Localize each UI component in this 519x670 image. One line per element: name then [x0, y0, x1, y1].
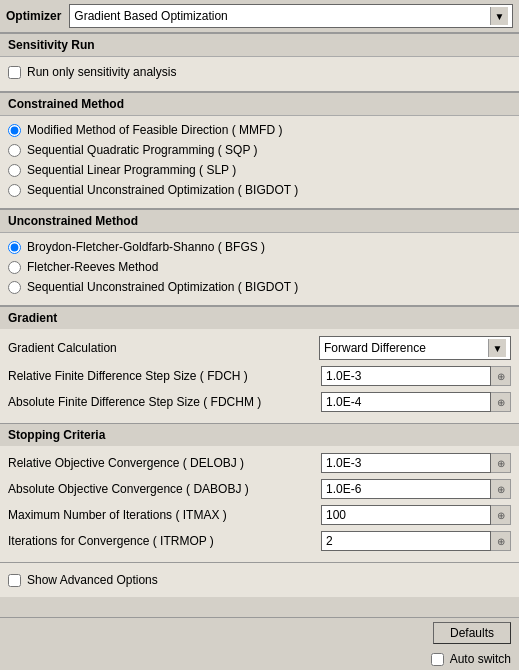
sensitivity-run-header: Sensitivity Run — [0, 33, 519, 57]
constrained-radio-slp: Sequential Linear Programming ( SLP ) — [8, 160, 511, 180]
itrmop-row: Iterations for Convergence ( ITRMOP ) ⊕ — [8, 528, 511, 554]
label-sqp: Sequential Quadratic Programming ( SQP ) — [27, 143, 258, 157]
itmax-param-btn[interactable]: ⊕ — [491, 505, 511, 525]
label-fr: Fletcher-Reeves Method — [27, 260, 158, 274]
auto-switch-label: Auto switch — [450, 652, 511, 666]
optimizer-row: Optimizer Gradient Based Optimization ▼ — [0, 0, 519, 33]
stopping-section: Stopping Criteria Relative Objective Con… — [0, 423, 519, 562]
main-container: Optimizer Gradient Based Optimization ▼ … — [0, 0, 519, 670]
gradient-calc-row: Gradient Calculation Forward Difference … — [8, 333, 511, 363]
advanced-section: Show Advanced Options — [0, 562, 519, 597]
itrmop-param-btn[interactable]: ⊕ — [491, 531, 511, 551]
label-bigdot-u: Sequential Unconstrained Optimization ( … — [27, 280, 298, 294]
gradient-calc-label: Gradient Calculation — [8, 341, 319, 355]
content-panel: Sensitivity Run Run only sensitivity ana… — [0, 33, 519, 617]
radio-fr[interactable] — [8, 261, 21, 274]
advanced-label: Show Advanced Options — [27, 573, 158, 587]
fdchm-param-btn[interactable]: ⊕ — [491, 392, 511, 412]
itmax-label: Maximum Number of Iterations ( ITMAX ) — [8, 508, 321, 522]
unconstrained-method-header: Unconstrained Method — [0, 209, 519, 233]
radio-bfgs[interactable] — [8, 241, 21, 254]
itmax-row: Maximum Number of Iterations ( ITMAX ) ⊕ — [8, 502, 511, 528]
optimizer-label: Optimizer — [6, 9, 61, 23]
auto-switch-bar: Auto switch — [0, 648, 519, 670]
auto-switch-checkbox[interactable] — [431, 653, 444, 666]
radio-bigdot-c[interactable] — [8, 184, 21, 197]
radio-sqp[interactable] — [8, 144, 21, 157]
stopping-header: Stopping Criteria — [0, 424, 519, 446]
itrmop-input-container: ⊕ — [321, 531, 511, 551]
fdch-input-container: ⊕ — [321, 366, 511, 386]
fdchm-label: Absolute Finite Difference Step Size ( F… — [8, 395, 321, 409]
defaults-button[interactable]: Defaults — [433, 622, 511, 644]
gradient-calc-select[interactable]: Forward Difference ▼ — [319, 336, 511, 360]
fdch-row: Relative Finite Difference Step Size ( F… — [8, 363, 511, 389]
sensitivity-run-checkbox[interactable] — [8, 66, 21, 79]
unconstrained-method-content: Broydon-Fletcher-Goldfarb-Shanno ( BFGS … — [0, 233, 519, 306]
radio-bigdot-u[interactable] — [8, 281, 21, 294]
unconstrained-radio-bfgs: Broydon-Fletcher-Goldfarb-Shanno ( BFGS … — [8, 237, 511, 257]
label-mmfd: Modified Method of Feasible Direction ( … — [27, 123, 282, 137]
dabobj-param-btn[interactable]: ⊕ — [491, 479, 511, 499]
advanced-checkbox-row: Show Advanced Options — [8, 569, 511, 591]
fdchm-input[interactable] — [321, 392, 491, 412]
label-bfgs: Broydon-Fletcher-Goldfarb-Shanno ( BFGS … — [27, 240, 265, 254]
constrained-method-header: Constrained Method — [0, 92, 519, 116]
gradient-calc-arrow[interactable]: ▼ — [488, 339, 506, 357]
unconstrained-radio-fr: Fletcher-Reeves Method — [8, 257, 511, 277]
fdchm-input-container: ⊕ — [321, 392, 511, 412]
optimizer-select-text: Gradient Based Optimization — [74, 9, 490, 23]
dabobj-input-container: ⊕ — [321, 479, 511, 499]
delobj-input-container: ⊕ — [321, 453, 511, 473]
delobj-label: Relative Objective Convergence ( DELOBJ … — [8, 456, 321, 470]
itmax-input[interactable] — [321, 505, 491, 525]
optimizer-dropdown-arrow[interactable]: ▼ — [490, 7, 508, 25]
label-slp: Sequential Linear Programming ( SLP ) — [27, 163, 236, 177]
dabobj-label: Absolute Objective Convergence ( DABOBJ … — [8, 482, 321, 496]
delobj-input[interactable] — [321, 453, 491, 473]
dabobj-row: Absolute Objective Convergence ( DABOBJ … — [8, 476, 511, 502]
stopping-content: Relative Objective Convergence ( DELOBJ … — [0, 446, 519, 562]
label-bigdot-c: Sequential Unconstrained Optimization ( … — [27, 183, 298, 197]
constrained-radio-sqp: Sequential Quadratic Programming ( SQP ) — [8, 140, 511, 160]
radio-slp[interactable] — [8, 164, 21, 177]
gradient-content: Gradient Calculation Forward Difference … — [0, 329, 519, 423]
delobj-row: Relative Objective Convergence ( DELOBJ … — [8, 450, 511, 476]
itrmop-label: Iterations for Convergence ( ITRMOP ) — [8, 534, 321, 548]
gradient-calc-value: Forward Difference — [324, 341, 488, 355]
advanced-checkbox[interactable] — [8, 574, 21, 587]
sensitivity-run-content: Run only sensitivity analysis — [0, 57, 519, 92]
fdchm-row: Absolute Finite Difference Step Size ( F… — [8, 389, 511, 415]
unconstrained-radio-bigdot: Sequential Unconstrained Optimization ( … — [8, 277, 511, 297]
dabobj-input[interactable] — [321, 479, 491, 499]
fdch-input[interactable] — [321, 366, 491, 386]
sensitivity-run-checkbox-row: Run only sensitivity analysis — [8, 61, 511, 83]
constrained-radio-bigdot: Sequential Unconstrained Optimization ( … — [8, 180, 511, 200]
fdch-param-btn[interactable]: ⊕ — [491, 366, 511, 386]
optimizer-select[interactable]: Gradient Based Optimization ▼ — [69, 4, 513, 28]
itmax-input-container: ⊕ — [321, 505, 511, 525]
constrained-radio-mmfd: Modified Method of Feasible Direction ( … — [8, 120, 511, 140]
gradient-section: Gradient Gradient Calculation Forward Di… — [0, 306, 519, 423]
fdch-label: Relative Finite Difference Step Size ( F… — [8, 369, 321, 383]
bottom-bar: Defaults — [0, 617, 519, 648]
radio-mmfd[interactable] — [8, 124, 21, 137]
constrained-method-content: Modified Method of Feasible Direction ( … — [0, 116, 519, 209]
sensitivity-run-label: Run only sensitivity analysis — [27, 65, 176, 79]
delobj-param-btn[interactable]: ⊕ — [491, 453, 511, 473]
itrmop-input[interactable] — [321, 531, 491, 551]
gradient-header: Gradient — [0, 307, 519, 329]
